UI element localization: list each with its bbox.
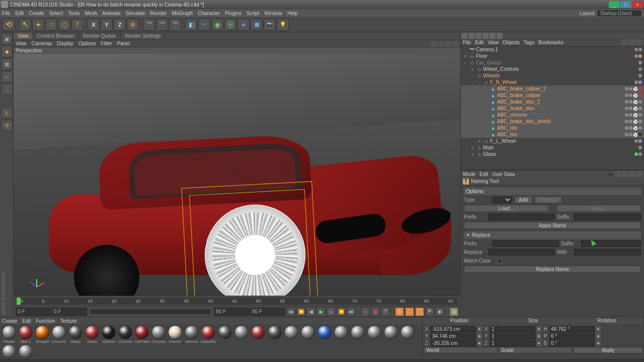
tree-twisty[interactable]: +: [470, 67, 475, 72]
menu-script[interactable]: Script: [247, 11, 260, 16]
maximize-button[interactable]: □: [620, 1, 631, 8]
key-rot[interactable]: ◯: [415, 307, 424, 316]
tag-gd[interactable]: [629, 87, 632, 90]
tree-twisty[interactable]: +: [470, 152, 475, 157]
tag-gd[interactable]: [634, 139, 638, 143]
minimize-button[interactable]: _: [609, 1, 620, 8]
world-selector[interactable]: World: [424, 347, 498, 353]
material-item[interactable]: [250, 325, 266, 344]
object-name[interactable]: ABC_brake_caliper_2: [497, 86, 546, 92]
last-tool[interactable]: T: [71, 19, 84, 31]
frame-start[interactable]: [16, 308, 51, 316]
object-name[interactable]: F_L_Wheel: [490, 138, 516, 144]
tag-gd[interactable]: [629, 94, 632, 97]
tree-row[interactable]: ▲ABC_rim: [461, 125, 644, 131]
tree-twisty[interactable]: +: [477, 139, 482, 144]
r-suffix-input[interactable]: [581, 240, 641, 247]
scale-selector[interactable]: Scale: [499, 347, 573, 353]
add-button[interactable]: Add: [514, 196, 532, 204]
key-scale[interactable]: □: [405, 307, 414, 316]
object-name[interactable]: ABC_brake_disc_shield: [497, 119, 550, 124]
attr-new-icon[interactable]: [622, 171, 628, 177]
tag-gd[interactable]: [625, 126, 628, 130]
texture-mode[interactable]: ▦: [1, 58, 13, 70]
cube-primitive[interactable]: ◧: [185, 19, 197, 31]
material-item[interactable]: [1, 344, 17, 358]
spinner[interactable]: ▴: [596, 340, 601, 346]
panel-icon-6[interactable]: [497, 33, 503, 39]
tag-gr[interactable]: [638, 100, 642, 104]
record-button[interactable]: ●: [361, 307, 370, 316]
next-key[interactable]: ⏩: [337, 307, 346, 316]
omenu-file[interactable]: File: [463, 40, 471, 45]
tag-sp[interactable]: [638, 80, 642, 84]
obj-view-icon[interactable]: [636, 40, 642, 46]
material-item[interactable]: Chrome: [51, 325, 67, 344]
attr-lock-icon[interactable]: [629, 171, 635, 177]
timeline-range[interactable]: [90, 309, 211, 314]
obj-search-icon[interactable]: [622, 40, 628, 46]
tag-gd[interactable]: [638, 152, 642, 156]
menu-simulate[interactable]: Simulate: [126, 11, 145, 16]
frame-end2[interactable]: [250, 308, 285, 316]
vmenu-view[interactable]: View: [16, 41, 27, 46]
obj-filter-icon[interactable]: [629, 40, 635, 46]
tag-gd[interactable]: [625, 113, 628, 117]
amenu-edit[interactable]: Edit: [479, 171, 488, 177]
save-button[interactable]: Save...: [556, 205, 641, 212]
key-param[interactable]: P: [425, 307, 434, 316]
material-item[interactable]: Chrome: [150, 325, 167, 344]
camera-tool[interactable]: 📷: [264, 19, 276, 31]
spinner[interactable]: ▴: [477, 333, 482, 339]
tag-gd[interactable]: [625, 120, 628, 123]
tag-gd[interactable]: [625, 133, 628, 136]
select-tool[interactable]: ↖: [19, 19, 31, 31]
tag-dk[interactable]: [638, 133, 642, 136]
tree-twisty[interactable]: -: [463, 60, 468, 65]
menu-select[interactable]: Select: [49, 11, 63, 16]
pos-value[interactable]: -30.326 cm: [431, 340, 476, 346]
amenu-userdata[interactable]: User Data: [492, 171, 515, 177]
undo-button[interactable]: ⟲: [2, 19, 15, 31]
timeline-window[interactable]: ▤: [449, 307, 458, 316]
tree-twisty[interactable]: -: [477, 80, 482, 85]
tag-gd[interactable]: [638, 61, 642, 64]
panel-icon-2[interactable]: [468, 33, 474, 39]
tree-row[interactable]: 📷Camera.1: [461, 46, 644, 53]
object-name[interactable]: ABC_brake_disc_2: [497, 99, 540, 105]
tag-gd[interactable]: [629, 107, 632, 110]
tag-gd[interactable]: [625, 94, 628, 97]
tree-row[interactable]: -◇Wheels: [461, 72, 644, 79]
object-name[interactable]: Camera.1: [476, 47, 498, 52]
close-button[interactable]: ×: [632, 1, 643, 8]
object-name[interactable]: Wheels: [483, 73, 500, 78]
frame-current[interactable]: [52, 308, 87, 316]
tree-twisty[interactable]: +: [463, 54, 468, 59]
omenu-bookmarks[interactable]: Bookmarks: [538, 40, 564, 45]
tag-chk[interactable]: [633, 119, 638, 124]
tree-row[interactable]: +◇Glass: [461, 151, 644, 157]
size-value[interactable]: 1: [490, 326, 535, 332]
material-item[interactable]: [300, 325, 316, 344]
play-button[interactable]: ▶: [316, 307, 326, 316]
tag-gd[interactable]: [638, 48, 642, 51]
material-item[interactable]: [316, 325, 333, 344]
tree-row[interactable]: ▲ABC_brake_caliper: [461, 92, 644, 99]
menu-character[interactable]: Character: [198, 11, 220, 16]
menu-animate[interactable]: Animate: [102, 11, 121, 16]
tag-chk[interactable]: [633, 86, 638, 92]
omenu-view[interactable]: View: [488, 40, 499, 45]
omenu-tags[interactable]: Tags: [524, 40, 534, 45]
array-tool[interactable]: ⦿: [224, 19, 236, 31]
material-item[interactable]: [333, 325, 349, 344]
tree-row[interactable]: +▭Floor: [461, 53, 644, 59]
axis-mode[interactable]: L: [1, 107, 13, 119]
timeline[interactable]: 051015202530354045505560657075808590: [14, 296, 460, 306]
material-item[interactable]: Plastic: [1, 325, 17, 344]
tag-gd[interactable]: [625, 100, 628, 104]
material-item[interactable]: Chrome: [117, 325, 133, 344]
tag-chk[interactable]: [633, 106, 638, 111]
object-name[interactable]: Main: [483, 145, 494, 150]
x-axis-toggle[interactable]: X: [88, 19, 100, 31]
tag-chk[interactable]: [633, 126, 638, 131]
